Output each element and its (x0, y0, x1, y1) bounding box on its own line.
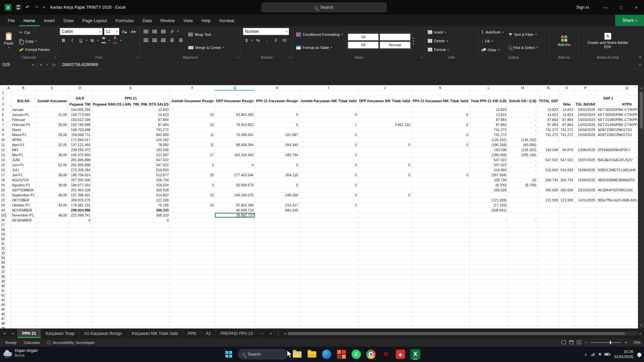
cell-G43[interactable] (215, 298, 255, 302)
cell-G22[interactable] (215, 197, 255, 202)
cell-A16[interactable] (6, 167, 11, 172)
cell-M17[interactable] (508, 172, 538, 177)
row-header-28[interactable]: 28 (0, 227, 6, 232)
column-header-K[interactable]: K (412, 85, 470, 90)
cell-M27[interactable] (508, 223, 538, 227)
cell-O21[interactable] (559, 192, 574, 197)
cell-I47[interactable] (299, 316, 358, 321)
cell-A25[interactable] (6, 213, 11, 218)
cell-H7[interactable]: 0 (255, 122, 299, 127)
cell-I1[interactable] (299, 90, 358, 95)
cell-M39[interactable] (508, 279, 538, 284)
column-header-B[interactable]: B (11, 85, 36, 90)
cell-Q1[interactable] (596, 90, 644, 95)
cell-M44[interactable] (508, 302, 538, 307)
cell-J28[interactable] (358, 227, 412, 232)
cell-Q27[interactable] (596, 223, 644, 227)
cell-L47[interactable] (470, 316, 508, 321)
cell-D8[interactable]: 168.703.698 (68, 127, 92, 132)
cell-B41[interactable] (11, 288, 36, 293)
cell-G48[interactable] (215, 321, 255, 326)
header-total-ssp[interactable]: TOTAL SSP (538, 95, 559, 107)
cell-A29[interactable] (6, 232, 11, 237)
cell-M37[interactable] (508, 269, 538, 274)
cell-E21[interactable]: 514.897 (92, 192, 170, 197)
cell-Q33[interactable] (596, 251, 644, 255)
cell-F14[interactable] (170, 157, 215, 162)
cell-A10[interactable] (6, 137, 11, 142)
row-header-5[interactable]: 5 (0, 112, 6, 117)
cell-M36[interactable] (508, 265, 538, 269)
menu-tab-draw[interactable]: Draw (59, 15, 78, 26)
row-header-33[interactable]: 33 (0, 251, 6, 255)
cell-O45[interactable] (559, 307, 574, 312)
row-header-26[interactable]: 26 (0, 218, 6, 223)
cell-B16[interactable]: JULI (11, 167, 36, 172)
cell-B47[interactable] (11, 316, 36, 321)
cell-Q47[interactable] (596, 316, 644, 321)
cell-L41[interactable] (470, 288, 508, 293)
select-all-button[interactable] (0, 85, 6, 90)
cell-A32[interactable] (6, 246, 11, 251)
cell-H47[interactable] (255, 316, 299, 321)
cell-B30[interactable] (11, 237, 36, 241)
cell-B6[interactable]: Februari (11, 117, 36, 122)
cell-M23[interactable] (508, 202, 538, 207)
maximize-button[interactable]: □ (613, 0, 629, 15)
row-header-15[interactable]: 15 (0, 162, 6, 167)
cell-L27[interactable] (470, 223, 508, 227)
cell-Q39[interactable] (596, 279, 644, 284)
cell-N36[interactable] (538, 265, 559, 269)
cell-J15[interactable]: 0 (358, 162, 412, 167)
cell-M40[interactable] (508, 284, 538, 288)
row-header-19[interactable]: 19 (0, 182, 6, 187)
row-header-7[interactable]: 7 (0, 122, 6, 127)
menu-tab-formulas[interactable]: Formulas (111, 15, 138, 26)
sheet-nav-right-icon[interactable]: ▸ (9, 329, 17, 338)
cell-L17[interactable]: (357.934) (470, 172, 508, 177)
cell-M38[interactable] (508, 274, 538, 279)
cell-L6[interactable]: 87.864 (470, 117, 508, 122)
cell-B31[interactable] (11, 241, 36, 246)
cell-K35[interactable] (412, 260, 470, 265)
close-button[interactable]: × (629, 0, 644, 15)
cell-K42[interactable] (412, 293, 470, 298)
cell-P30[interactable] (574, 237, 596, 241)
header-selisih[interactable]: Selisih KB / (LB) (508, 95, 538, 107)
cell-B25[interactable]: November-P1 (11, 213, 36, 218)
cell-N49[interactable] (538, 326, 559, 328)
cell-D38[interactable] (68, 274, 92, 279)
cell-E5[interactable]: 13.823 (92, 112, 170, 117)
cell-M43[interactable] (508, 298, 538, 302)
header-jumlah-resign[interactable]: Jumlah Karyawan Resign (170, 95, 215, 107)
cell-O19[interactable] (559, 182, 574, 187)
cell-H23[interactable]: -214.317 (255, 202, 299, 207)
cell-P12[interactable]: 13/06/2025 (574, 147, 596, 152)
minimize-button[interactable]: — (598, 0, 613, 15)
cell-E30[interactable] (92, 237, 170, 241)
cell-Q40[interactable] (596, 284, 644, 288)
cell-K18[interactable] (412, 177, 470, 182)
cell-O15[interactable] (559, 162, 574, 167)
cell-F40[interactable] (170, 284, 215, 288)
number-format-combo[interactable]: Number▾ (243, 28, 289, 35)
sheet-tab-karyawan-nik-tidak-valid[interactable]: Karyawan NIK Tidak Valid (127, 329, 183, 338)
cell-I29[interactable] (299, 232, 358, 237)
cell-E46[interactable] (92, 312, 170, 316)
scroll-up-icon[interactable]: ▴ (640, 85, 642, 90)
cell-P41[interactable] (574, 288, 596, 293)
cell-J20[interactable] (358, 187, 412, 192)
cell-O27[interactable] (559, 223, 574, 227)
cell-F47[interactable] (170, 316, 215, 321)
cell-L5[interactable]: 13.823 (470, 112, 508, 117)
cell-D46[interactable] (68, 312, 92, 316)
cell-E23[interactable]: 75.185 (92, 202, 170, 207)
cell-G47[interactable] (215, 316, 255, 321)
cell-J43[interactable] (358, 298, 412, 302)
cell-A23[interactable] (6, 202, 11, 207)
sheet-tab-pph-21[interactable]: PPH 21 (17, 329, 41, 338)
cell-A20[interactable] (6, 187, 11, 192)
cell-H48[interactable] (255, 321, 299, 326)
scroll-left-icon[interactable]: ◂ (284, 331, 286, 335)
cell-I25[interactable] (299, 213, 358, 218)
